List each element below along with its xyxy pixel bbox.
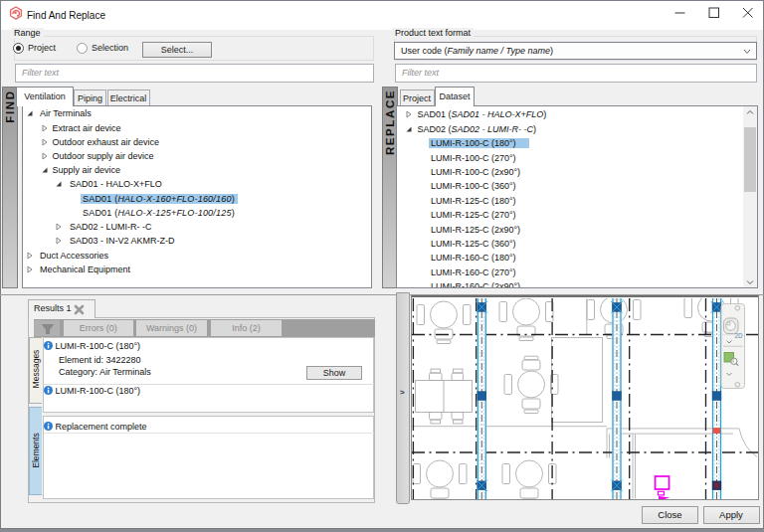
svg-text:2D: 2D	[735, 331, 744, 338]
